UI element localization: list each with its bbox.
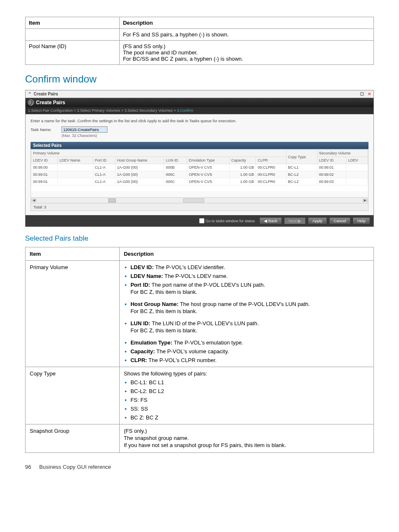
page-number: 96	[25, 464, 38, 470]
wizard-step-3[interactable]: 3.Select Secondary Volumes	[125, 108, 173, 113]
desc-line: (FS only.)	[124, 428, 369, 434]
list-item: BC-L2: BC L2	[124, 388, 369, 394]
sub-line: For BC Z, this item is blank.	[130, 327, 369, 334]
wizard-step-2[interactable]: 2.Select Primary Volumes	[77, 108, 120, 113]
bullet-list: LDEV ID: The P-VOL's LDEV identifier.LDE…	[124, 264, 369, 363]
cell-sec_ldev_id: 00:99:02	[317, 171, 346, 178]
col-ldev-name: LDEV Name	[58, 157, 93, 164]
go-to-tasks-label: Go to tasks window for status	[206, 219, 255, 223]
task-name-input[interactable]	[61, 126, 107, 133]
list-item: CLPR: The P-VOL's CLPR number.	[124, 357, 369, 363]
cell-lun_id: 000B	[164, 164, 187, 171]
desc-line: If you have not set a snapshot group for…	[124, 442, 369, 448]
cell-sec_ldev_id: 00:99:03	[317, 178, 346, 185]
cell-port_id: CL1-A	[93, 164, 115, 171]
task-name-label: Task Name:	[31, 126, 51, 132]
total-row: Total: 3	[31, 203, 368, 211]
cell-item: Primary Volume	[26, 261, 120, 367]
dialog-titlebar: ⌃ Create Pairs ☐ ✕	[26, 90, 373, 98]
table-row: Pool Name (ID) (FS and SS only.) The poo…	[26, 41, 374, 65]
cell-host_group: 1A-G00 (00)	[115, 171, 164, 178]
cell-emu: OPEN-V CVS	[187, 171, 230, 178]
collapse-icon[interactable]: ⌃	[28, 92, 31, 96]
cell-lun_id: 000C	[164, 178, 187, 185]
col-host-group: Host Group Name	[115, 157, 164, 164]
table-row: Snapshot Group(FS only.)The snapshot gro…	[26, 424, 374, 453]
table-row[interactable]: 00:99:01CL1-A1A-G00 (00)000COPEN-V CVS1.…	[31, 178, 368, 185]
cell-desc: LDEV ID: The P-VOL's LDEV identifier.LDE…	[119, 261, 373, 367]
section-heading: Confirm window	[25, 73, 374, 85]
cell-ldev_id: 00:99:00	[31, 164, 58, 171]
list-item: Port ID: The port name of the P-VOL LDEV…	[124, 282, 369, 295]
col-item: Item	[26, 17, 120, 29]
list-item: Capacity: The P-VOL's volume capacity.	[124, 348, 369, 355]
cell-copy_type: BC-L2	[286, 178, 317, 185]
cell-desc: Shows the following types of pairs:BC-L1…	[119, 367, 373, 424]
cell-sec-ldev	[346, 171, 368, 178]
go-to-tasks-check[interactable]: Go to tasks window for status	[199, 218, 255, 224]
cell-item: Snapshot Group	[26, 424, 120, 453]
horizontal-scrollbar[interactable]: ◀ ▶	[31, 197, 368, 203]
cell-capacity: 1.00 GB	[230, 171, 256, 178]
maximize-icon[interactable]: ☐	[360, 92, 364, 96]
hp-logo-icon	[28, 100, 34, 105]
col-item: Item	[26, 247, 120, 261]
wizard-steps: 1.Select Pair Configuration > 2.Select P…	[26, 107, 373, 114]
table-row[interactable]: 00:99:01CL1-A1A-G00 (00)000COPEN-V CVS1.…	[31, 171, 368, 178]
table-row: For FS and SS pairs, a hyphen (-) is sho…	[26, 29, 374, 41]
instruction-text: Enter a name for the task. Confirm the s…	[31, 118, 368, 123]
cell-clpr: 00:CLPR0	[256, 164, 286, 171]
scroll-right-icon[interactable]: ▶	[362, 198, 368, 202]
cell-host_group: 1A-G00 (00)	[115, 178, 164, 185]
wizard-step-1[interactable]: 1.Select Pair Configuration	[28, 108, 73, 113]
task-name-hint: (Max. 32 Characters)	[61, 134, 107, 138]
col-ldev-id: LDEV ID	[31, 157, 58, 164]
selected-pairs-table: Primary Volume Copy Type Secondary Volum…	[31, 149, 368, 197]
cell-ldev_name	[58, 164, 93, 171]
go-to-tasks-checkbox[interactable]	[199, 218, 205, 224]
sub-line: For BC Z, this item is blank.	[130, 308, 369, 314]
col-copy-type: Copy Type	[286, 150, 317, 164]
close-icon[interactable]: ✕	[368, 92, 371, 96]
scroll-left-icon[interactable]: ◀	[31, 198, 37, 202]
top-item-desc-table: Item Description For FS and SS pairs, a …	[25, 17, 374, 65]
secondary-volume-group: Secondary Volume	[317, 150, 368, 157]
cell-sec-ldev	[346, 164, 368, 171]
list-item: LDEV ID: The P-VOL's LDEV identifier.	[124, 264, 369, 270]
help-button[interactable]: Help	[353, 217, 370, 224]
wizard-step-4: 4.Confirm	[177, 108, 193, 113]
cancel-button[interactable]: Cancel	[329, 217, 351, 224]
cell-sec-ldev	[346, 178, 368, 185]
footer-title: Business Copy GUI reference	[39, 464, 111, 470]
cell-host_group: 1A-G00 (00)	[115, 164, 164, 171]
col-port-id: Port ID	[93, 157, 115, 164]
col-sec-ldev: LDEV	[346, 157, 368, 164]
sep: >	[173, 108, 177, 113]
desc-line: The snapshot group name.	[124, 435, 369, 441]
dialog-body: Enter a name for the task. Confirm the s…	[26, 114, 373, 215]
selected-pairs-desc-table: Item Description Primary VolumeLDEV ID: …	[25, 247, 374, 453]
cell-clpr: 00:CLPR0	[256, 178, 286, 185]
col-desc: Description	[119, 17, 373, 29]
cell-copy_type: BC-L2	[286, 171, 317, 178]
back-button[interactable]: ◀ Back	[259, 217, 282, 224]
list-item: LUN ID: The LUN ID of the P-VOL LDEV's L…	[124, 320, 369, 334]
cell-copy_type: BC-L1	[286, 164, 317, 171]
cell-port_id: CL1-A	[93, 178, 115, 185]
desc-line: (FS and SS only.)	[123, 43, 370, 49]
dialog-title-text: Create Pairs	[34, 92, 58, 96]
cell-lun_id: 000C	[164, 171, 187, 178]
list-item: Emulation Type: The P-VOL's emulation ty…	[124, 339, 369, 346]
desc-line: The pool name and ID number.	[123, 49, 370, 56]
cell-item: Pool Name (ID)	[26, 41, 120, 65]
cell-ldev_name	[58, 178, 93, 185]
col-clpr: CLPR	[256, 157, 286, 164]
table-row: Primary VolumeLDEV ID: The P-VOL's LDEV …	[26, 261, 374, 367]
cell-item: Copy Type	[26, 367, 120, 424]
table-row[interactable]: 00:99:00CL1-A1A-G00 (00)000BOPEN-V CVS1.…	[31, 164, 368, 171]
sub-line: For BC Z, this item is blank.	[130, 289, 369, 295]
apply-button[interactable]: Apply	[308, 217, 327, 224]
next-button: Next ▶	[284, 217, 306, 224]
desc-intro: Shows the following types of pairs:	[124, 370, 369, 377]
primary-volume-group: Primary Volume	[31, 150, 286, 157]
